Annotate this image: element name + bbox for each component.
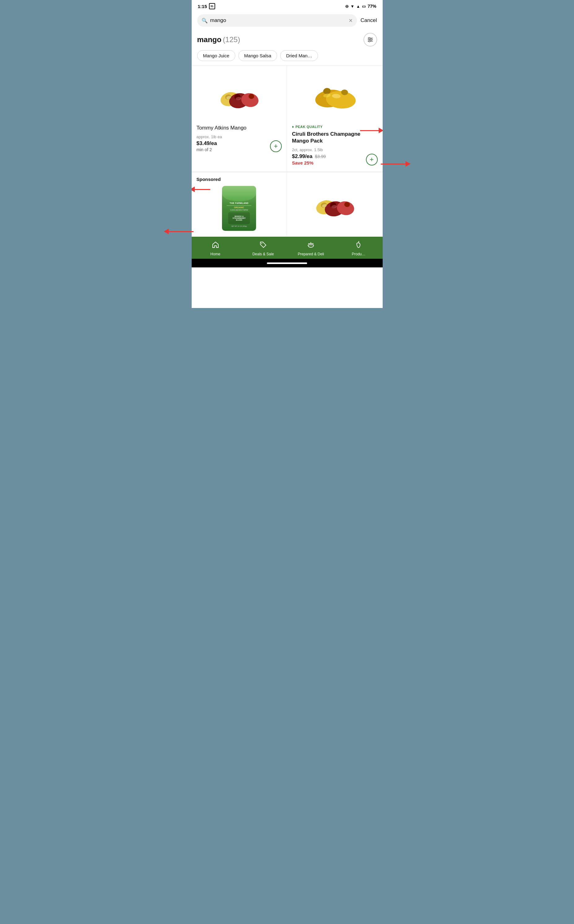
sponsored-grid: Sponsored THE FARMLAND ORGANIC CASCADIAN… xyxy=(192,172,383,237)
status-bar: 1:15 31 ⊖ ▼ ▲ ▭ 77% xyxy=(192,0,383,11)
apple-icon xyxy=(355,241,362,250)
home-indicator xyxy=(192,259,383,267)
results-header: mango (125) xyxy=(192,30,383,50)
wifi-icon: ▼ xyxy=(350,4,355,9)
nav-label-deals: Deals & Sale xyxy=(252,252,274,256)
add-button-ciruli[interactable]: + xyxy=(366,154,378,166)
filter-button[interactable] xyxy=(363,33,377,46)
chip-dried-mango[interactable]: Dried Man… xyxy=(280,50,318,61)
signal-icon: ▲ xyxy=(356,4,360,9)
peak-label: PEAK QUALITY xyxy=(295,125,323,128)
price-main-tommy: $3.49/ea xyxy=(197,140,217,147)
phone-wrapper: 1:15 31 ⊖ ▼ ▲ ▭ 77% 🔍 ✕ Cancel xyxy=(192,0,383,308)
price-col-tommy: $3.49/ea min of 2 xyxy=(197,140,217,152)
results-title-group: mango (125) xyxy=(197,35,240,44)
nav-label-home: Home xyxy=(211,252,221,256)
price-min-tommy: min of 2 xyxy=(197,147,217,152)
cascadian-farm-package: THE FARMLAND ORGANIC CASCADIAN FARM MANG… xyxy=(222,186,256,231)
product-name-tommy: Tommy Atkins Mango xyxy=(197,125,282,131)
product-image-ciruli xyxy=(292,71,378,121)
search-bar[interactable]: 🔍 ✕ xyxy=(197,14,357,27)
nav-item-deals[interactable]: Deals & Sale xyxy=(239,241,287,256)
champagne-mango-image xyxy=(310,78,360,115)
search-input[interactable] xyxy=(210,17,346,24)
peak-diamond-icon: ♦ xyxy=(292,125,294,129)
clear-icon[interactable]: ✕ xyxy=(348,17,353,24)
time-display: 1:15 xyxy=(198,4,207,9)
home-bar xyxy=(267,263,307,264)
chip-mango-salsa[interactable]: Mango Salsa xyxy=(238,50,278,61)
nav-item-produce[interactable]: Produ… xyxy=(335,241,382,256)
phone-container: 1:15 31 ⊖ ▼ ▲ ▭ 77% 🔍 ✕ Cancel xyxy=(192,0,383,308)
price-row-tommy: $3.49/ea min of 2 + xyxy=(197,140,282,152)
sponsored-cell-right xyxy=(287,172,383,237)
status-left: 1:15 31 xyxy=(198,3,215,9)
tag-icon xyxy=(259,241,267,250)
product-cell-ciruli[interactable]: ♦ PEAK QUALITY Ciruli Brothers Champagne… xyxy=(287,66,383,172)
bottom-nav: Home Deals & Sale Prepar xyxy=(192,237,383,259)
nav-label-produce: Produ… xyxy=(352,252,365,256)
svg-point-3 xyxy=(368,38,370,39)
price-original-ciruli: $3.99 xyxy=(315,154,326,159)
battery-percent: 77% xyxy=(367,4,376,9)
chip-mango-juice[interactable]: Mango Juice xyxy=(197,50,235,61)
product-image-tommy xyxy=(197,71,282,121)
battery-icon: ▭ xyxy=(362,4,366,9)
product-cell-tommy-atkins[interactable]: Tommy Atkins Mango approx. 1lb ea $3.49/… xyxy=(192,66,287,172)
sponsored-label: Sponsored xyxy=(197,177,282,185)
search-icon: 🔍 xyxy=(202,17,208,24)
price-col-ciruli: $2.99/ea $3.99 Save 25% xyxy=(292,153,326,166)
search-container: 🔍 ✕ Cancel xyxy=(192,11,383,30)
product-detail-ciruli: 2ct, approx. 1.5lb xyxy=(292,147,378,152)
svg-point-28 xyxy=(261,243,262,244)
deli-icon xyxy=(307,241,315,250)
svg-point-5 xyxy=(368,41,370,42)
tommy-mango-image xyxy=(216,79,262,113)
tommy-mango-image-2 xyxy=(311,187,358,221)
svg-point-4 xyxy=(370,39,372,41)
cancel-button[interactable]: Cancel xyxy=(361,17,377,24)
nav-item-home[interactable]: Home xyxy=(192,241,239,256)
product-grid: Tommy Atkins Mango approx. 1lb ea $3.49/… xyxy=(192,66,383,172)
home-icon xyxy=(212,241,219,250)
price-row-ciruli: $2.99/ea $3.99 Save 25% + xyxy=(292,153,378,166)
status-right: ⊖ ▼ ▲ ▭ 77% xyxy=(345,4,377,9)
sponsored-cell-left: Sponsored THE FARMLAND ORGANIC CASCADIAN… xyxy=(192,172,287,237)
sponsored-section: Sponsored THE FARMLAND ORGANIC CASCADIAN… xyxy=(192,172,383,237)
results-count: (125) xyxy=(223,35,240,44)
chips-container: Mango Juice Mango Salsa Dried Man… xyxy=(192,50,383,65)
price-main-ciruli: $2.99/ea xyxy=(292,153,312,160)
calendar-icon: 31 xyxy=(209,3,215,9)
nav-label-deli: Prepared & Deli xyxy=(298,252,324,256)
add-button-tommy[interactable]: + xyxy=(270,140,282,152)
nav-item-deli[interactable]: Prepared & Deli xyxy=(287,241,335,256)
price-save-ciruli: Save 25% xyxy=(292,160,326,166)
product-detail-tommy: approx. 1lb ea xyxy=(197,134,282,139)
dnd-icon: ⊖ xyxy=(345,4,348,9)
results-title: mango xyxy=(197,35,222,44)
